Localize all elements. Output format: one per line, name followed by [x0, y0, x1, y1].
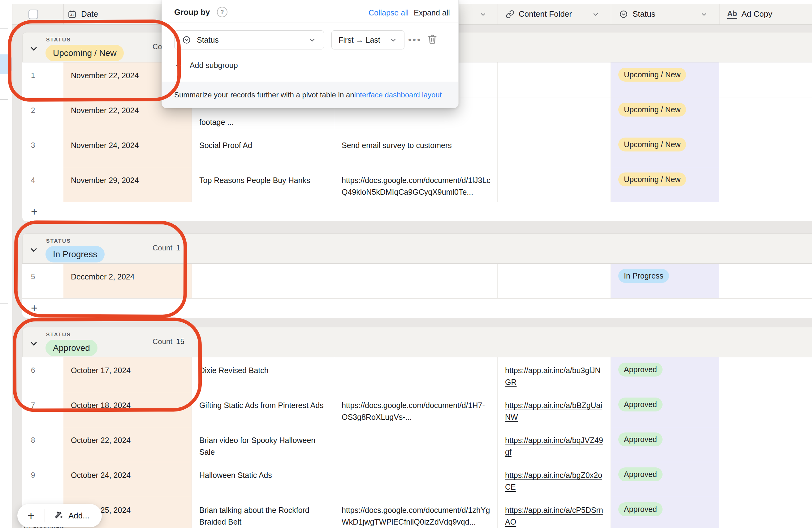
cell-content-folder[interactable]: https://app.air.inc/a/bgZ0x2oCE	[497, 462, 611, 497]
column-header-ad-copy[interactable]: Ab Ad Copy	[727, 4, 772, 25]
cell-name[interactable]: Brian talking about the Rockford Braided…	[192, 497, 334, 528]
cell-name[interactable]: Halloween Static Ads	[192, 462, 334, 497]
delete-group-icon[interactable]	[427, 33, 438, 45]
table-row[interactable]: 9 October 24, 2024 Halloween Static Ads …	[22, 462, 812, 497]
group-order-select[interactable]: First → Last	[331, 30, 404, 49]
cell-content-folder[interactable]	[497, 97, 611, 132]
table-row[interactable]: 6 October 17, 2024 Dixie Revised Batch h…	[22, 357, 812, 392]
cell-name[interactable]	[192, 264, 334, 298]
cell-content-folder[interactable]	[497, 264, 611, 298]
cell-name[interactable]: Gifting Static Ads from Pinterest Ads	[192, 392, 334, 427]
table-row[interactable]: 5 December 2, 2024 In Progress	[22, 264, 812, 299]
cell-ad-copy[interactable]	[719, 357, 812, 392]
cell-status[interactable]: Upcoming / New	[611, 97, 719, 132]
select-all-checkbox[interactable]	[28, 10, 38, 19]
cell-date[interactable]: December 2, 2024	[63, 264, 192, 298]
cell-status[interactable]: Approved	[611, 392, 719, 427]
cell-status[interactable]: In Progress	[611, 264, 719, 298]
group-field-select[interactable]: Status	[174, 30, 324, 49]
cell-name[interactable]: Dixie Revised Batch	[192, 357, 334, 392]
column-header-doc-chevron[interactable]	[479, 4, 487, 25]
cell-status[interactable]: Upcoming / New	[611, 167, 719, 202]
group-header[interactable]: STATUS In Progress Count1	[22, 233, 812, 264]
cell-content-folder[interactable]	[497, 62, 611, 97]
row-number: 4	[22, 167, 63, 202]
add-record-row[interactable]: +	[22, 202, 812, 221]
cell-doc-link[interactable]: https://docs.google.com/document/d/1lJ3L…	[334, 167, 497, 202]
rail-divider	[0, 303, 8, 304]
plus-icon: +	[175, 59, 182, 71]
cell-status[interactable]: Approved	[611, 427, 719, 462]
group-header[interactable]: STATUS Approved Count15	[22, 327, 812, 357]
cell-status[interactable]: Approved	[611, 462, 719, 497]
chevron-down-icon	[700, 10, 708, 18]
cell-ad-copy[interactable]	[719, 167, 812, 202]
table-row[interactable]: 10 October 25, 2024 Brian talking about …	[22, 497, 812, 528]
collapse-all-link[interactable]: Collapse all	[368, 8, 408, 17]
cell-doc-link[interactable]: https://docs.google.com/document/d/1H7-O…	[334, 392, 497, 427]
cell-content-folder[interactable]: https://app.air.inc/a/cP5DSrnAO	[497, 497, 611, 528]
chevron-down-icon	[592, 10, 600, 18]
cell-ad-copy[interactable]	[719, 427, 812, 462]
group-field-label: STATUS	[46, 238, 71, 244]
cell-status[interactable]: Upcoming / New	[611, 132, 719, 167]
cell-content-folder[interactable]	[497, 132, 611, 167]
chevron-down-icon	[479, 10, 487, 18]
add-subgroup-button[interactable]: + Add subgroup	[175, 59, 238, 71]
cell-date[interactable]: October 24, 2024	[63, 462, 192, 497]
table-row[interactable]: 4 November 29, 2024 Top Reasons People B…	[22, 167, 812, 202]
cell-name[interactable]: Social Proof Ad	[192, 132, 334, 167]
group-value-badge: In Progress	[45, 246, 105, 262]
cell-content-folder[interactable]	[497, 167, 611, 202]
table-row[interactable]: 8 October 22, 2024 Brian video for Spook…	[22, 427, 812, 462]
cell-doc-link[interactable]	[334, 462, 497, 497]
cell-content-folder[interactable]: https://app.air.inc/a/bBZgUaiNW	[497, 392, 611, 427]
cell-date[interactable]: October 22, 2024	[63, 427, 192, 462]
cell-doc-link[interactable]	[334, 357, 497, 392]
cell-name[interactable]: Top Reasons People Buy Hanks	[192, 167, 334, 202]
cell-doc-link[interactable]: https://docs.google.com/document/d/1zhYg…	[334, 497, 497, 528]
collapse-group-icon[interactable]	[29, 338, 39, 348]
cell-content-folder[interactable]: https://app.air.inc/a/bqJVZ49gf	[497, 427, 611, 462]
add-record-button[interactable]: +	[17, 509, 45, 523]
cell-status[interactable]: Approved	[611, 497, 719, 528]
chevron-down-icon	[308, 36, 316, 44]
column-header-date[interactable]: 31 Date	[68, 4, 98, 25]
cell-name[interactable]: Brian video for Spooky Halloween Sale	[192, 427, 334, 462]
expand-all-link[interactable]: Expand all	[414, 8, 450, 17]
cell-ad-copy[interactable]	[719, 62, 812, 97]
help-icon[interactable]: ?	[217, 7, 228, 17]
more-options-icon[interactable]: •••	[408, 35, 422, 45]
cell-ad-copy[interactable]	[719, 497, 812, 528]
cell-date[interactable]: October 17, 2024	[63, 357, 192, 392]
cell-date[interactable]: November 24, 2024	[63, 132, 192, 167]
status-chevron[interactable]	[700, 4, 708, 25]
cell-doc-link[interactable]	[334, 264, 497, 298]
popup-footer: Summarize your records further with a pi…	[162, 81, 458, 108]
table-row[interactable]: 3 November 24, 2024 Social Proof Ad Send…	[22, 132, 812, 167]
cell-date[interactable]: November 29, 2024	[63, 167, 192, 202]
collapse-group-icon[interactable]	[29, 245, 39, 255]
cell-ad-copy[interactable]	[719, 264, 812, 298]
column-header-content-folder[interactable]: Content Folder	[506, 4, 572, 25]
cell-doc-link[interactable]	[334, 427, 497, 462]
cell-status[interactable]: Approved	[611, 357, 719, 392]
interface-dashboard-link[interactable]: interface dashboard layout	[354, 91, 442, 99]
add-record-row[interactable]: +	[22, 299, 812, 318]
cell-status[interactable]: Upcoming / New	[611, 62, 719, 97]
add-menu-button[interactable]: Add...	[45, 510, 102, 521]
column-header-status[interactable]: Status	[619, 4, 655, 25]
cell-ad-copy[interactable]	[719, 392, 812, 427]
cell-doc-link[interactable]: Send email survey to customers	[334, 132, 497, 167]
magic-wand-icon	[53, 510, 63, 521]
collapse-group-icon[interactable]	[29, 44, 39, 54]
rail-highlight[interactable]	[0, 55, 12, 74]
cell-ad-copy[interactable]	[719, 462, 812, 497]
cell-content-folder[interactable]: https://app.air.inc/a/bu3glJNGR	[497, 357, 611, 392]
table-row[interactable]: 7 October 18, 2024 Gifting Static Ads fr…	[22, 392, 812, 427]
group-value-badge: Upcoming / New	[45, 45, 124, 61]
cell-ad-copy[interactable]	[719, 97, 812, 132]
content-folder-chevron[interactable]	[592, 4, 600, 25]
cell-ad-copy[interactable]	[719, 132, 812, 167]
cell-date[interactable]: October 18, 2024	[63, 392, 192, 427]
